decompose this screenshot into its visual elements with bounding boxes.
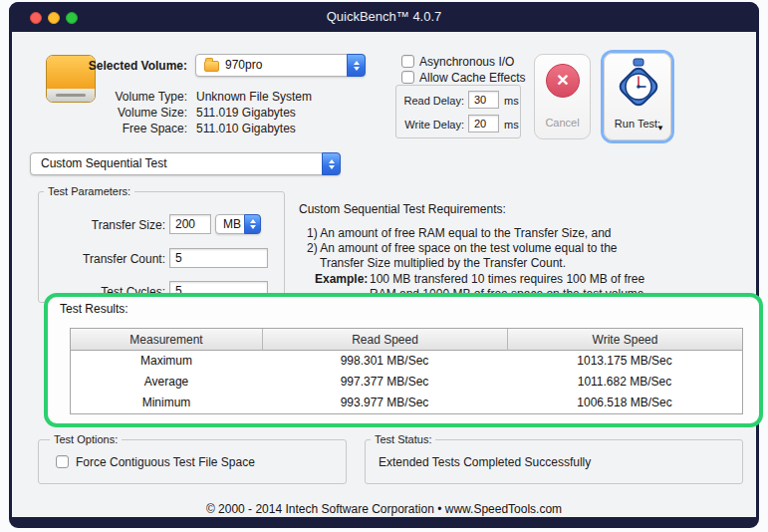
selected-volume-label: Selected Volume: [85, 59, 187, 73]
transfer-size-unit-select[interactable]: MB [215, 214, 261, 234]
result-cell: Minimum [71, 393, 262, 413]
results-table: Measurement Read Speed Write Speed Maxim… [70, 328, 743, 414]
window-title: QuickBench™ 4.0.7 [9, 2, 759, 32]
requirements-line-3: Transfer Size multiplied by the Transfer… [320, 256, 566, 270]
transfer-count-label: Transfer Count: [60, 252, 165, 266]
volume-select[interactable]: 970pro [195, 54, 366, 77]
test-type-select[interactable]: Custom Sequential Test [30, 152, 341, 175]
transfer-count-input[interactable] [169, 248, 268, 268]
allow-cache-checkbox[interactable] [401, 71, 414, 84]
column-header-write-speed: Write Speed [507, 329, 742, 351]
free-space-label: Free Space: [85, 122, 187, 135]
result-cell: Maximum [71, 351, 262, 372]
title-bar[interactable]: QuickBench™ 4.0.7 [9, 2, 759, 32]
write-delay-input[interactable] [468, 115, 499, 133]
result-cell: 1006.518 MB/Sec [507, 393, 742, 413]
result-cell: 998.301 MB/Sec [262, 351, 507, 372]
stopwatch-icon [617, 58, 660, 112]
result-cell: 997.377 MB/Sec [262, 372, 507, 393]
test-options-label: Test Options: [50, 433, 122, 445]
cancel-button-label: Cancel [535, 117, 590, 129]
test-status-label: Test Status: [371, 433, 435, 445]
cancel-button[interactable]: ✕ Cancel [534, 54, 591, 139]
write-delay-label: Write Delay: [398, 119, 464, 131]
cancel-x-icon: ✕ [546, 64, 580, 98]
volume-select-value: 970pro [225, 55, 262, 76]
force-contiguous-label: Force Contiguous Test File Space [76, 455, 255, 469]
example-line-1: 100 MB transfered 10 times requires 100 … [370, 272, 644, 286]
dropdown-arrows-icon [244, 214, 261, 234]
requirements-line-2: 2) An amount of free space on the test v… [307, 241, 618, 255]
allow-cache-label: Allow Cache Effects [419, 71, 526, 85]
dropdown-arrows-icon [347, 54, 366, 77]
result-cell: Average [71, 372, 262, 393]
read-delay-unit: ms [504, 95, 519, 107]
test-parameters-label: Test Parameters: [44, 185, 134, 197]
cancel-x-glyph: ✕ [556, 72, 569, 89]
screen: QuickBench™ 4.0.7 Selected Volume: 970pr… [0, 0, 768, 532]
column-header-read-speed: Read Speed [262, 329, 507, 351]
test-results-label: Test Results: [60, 302, 128, 316]
volume-type-value: Unknown File System [196, 90, 312, 104]
result-cell: 993.977 MB/Sec [262, 393, 507, 413]
async-io-label: Asynchronous I/O [419, 55, 514, 69]
requirements-title: Custom Sequential Test Requirements: [299, 202, 506, 216]
transfer-size-label: Transfer Size: [60, 218, 165, 232]
folder-icon [204, 61, 219, 72]
column-header-measurement: Measurement [71, 329, 262, 351]
result-cell: 1013.175 MB/Sec [507, 351, 742, 372]
test-type-value: Custom Sequential Test [41, 153, 167, 174]
force-contiguous-checkbox[interactable] [56, 455, 69, 468]
dropdown-arrows-icon [322, 152, 341, 175]
read-delay-label: Read Delay: [398, 95, 464, 107]
transfer-size-unit-value: MB [223, 215, 241, 233]
free-space-value: 511.010 Gigabytes [196, 122, 296, 135]
volume-type-label: Volume Type: [85, 90, 187, 104]
transfer-size-input[interactable] [169, 214, 211, 234]
read-delay-input[interactable] [468, 91, 499, 109]
dropdown-caret-icon: ▼ [656, 124, 664, 133]
volume-size-label: Volume Size: [85, 106, 187, 120]
example-label: Example: [315, 272, 368, 286]
run-test-button[interactable]: Run Test: ▼ [604, 53, 671, 140]
volume-size-value: 511.019 Gigabytes [196, 106, 296, 120]
write-delay-unit: ms [504, 119, 519, 131]
requirements-line-1: 1) An amount of free RAM equal to the Tr… [307, 226, 612, 240]
test-status-value: Extended Tests Completed Successfully [379, 455, 591, 469]
async-io-checkbox[interactable] [401, 55, 414, 68]
footer-text: © 2000 - 2014 Intech Software Corporatio… [9, 502, 759, 516]
result-cell: 1011.682 MB/Sec [507, 372, 742, 393]
